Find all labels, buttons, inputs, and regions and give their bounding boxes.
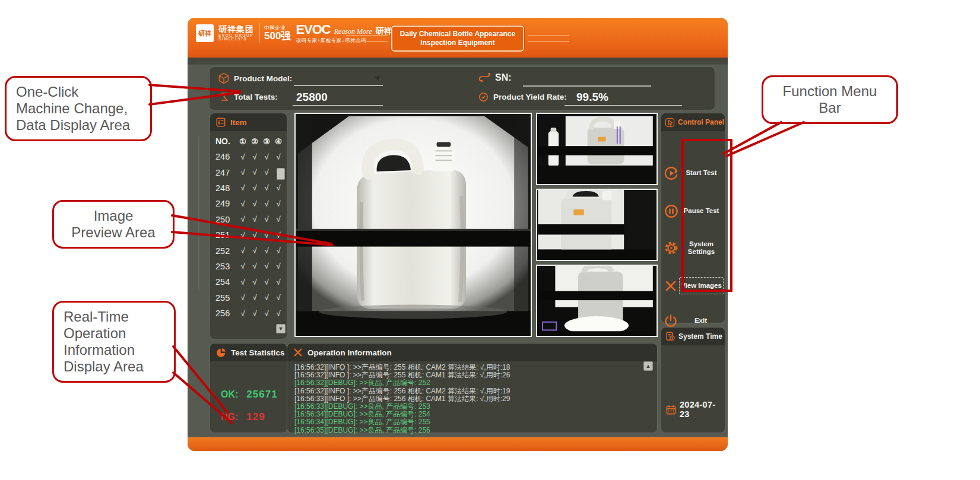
table-row[interactable]: 249√√√√ — [210, 196, 287, 211]
item-no: 246 — [213, 152, 237, 161]
item-no: 250 — [213, 215, 237, 224]
log-line: [16:56:32][DEBUG]: >>良品, 产品编号: 252 — [294, 379, 642, 387]
yield-rate-value: 99.5% — [576, 91, 608, 104]
log-line: [16:56:35][DEBUG]: >>良品, 产品编号: 256 — [294, 427, 642, 434]
check-mark: √ — [237, 231, 249, 240]
app-window: 研祥 研祥集团 EVOC GROUP SINCE1978 中国企业 500强 E… — [188, 18, 728, 451]
item-no: 247 — [213, 168, 237, 177]
app-header: 研祥 研祥集团 EVOC GROUP SINCE1978 中国企业 500强 E… — [188, 18, 728, 58]
callout-operation-info: Real-Time Operation Information Display … — [52, 301, 176, 383]
test-statistics-panel: Test Statistics OK: 25671 NG: 129 — [210, 343, 287, 433]
control-panel-header: Control Panel — [661, 113, 725, 131]
check-mark: √ — [249, 246, 261, 255]
scrollbar-thumb[interactable] — [277, 168, 285, 180]
pause-test-icon — [664, 204, 679, 219]
log-line: [16:56:32][INFO ]: >>产品编号: 256 相机: CAM2 … — [294, 387, 642, 395]
check-mark: √ — [261, 293, 272, 302]
scroll-down-button[interactable]: ▼ — [276, 324, 286, 333]
yield-rate-label: Product Yield Rate: — [493, 93, 567, 101]
close-x-icon — [664, 279, 678, 293]
log-line: [16:56:34][DEBUG]: >>良品, 产品编号: 254 — [294, 411, 642, 418]
page-title: Daily Chemical Bottle Appearance Inspect… — [391, 26, 524, 52]
stats-panel-header: Test Statistics — [210, 344, 287, 361]
check-mark: √ — [272, 293, 284, 302]
total-tests-label: Total Tests: — [234, 93, 278, 101]
check-mark: √ — [261, 183, 272, 192]
app-footer — [188, 437, 728, 451]
ok-value: 25671 — [246, 389, 277, 400]
check-mark: √ — [249, 262, 261, 271]
logo-cn500-big: 500强 — [264, 31, 291, 41]
total-tests-value: 25800 — [296, 91, 328, 104]
check-mark: √ — [261, 199, 272, 208]
callout-image-preview: Image Preview Area — [52, 200, 175, 249]
check-mark: √ — [237, 309, 249, 318]
item-no: 255 — [213, 293, 237, 303]
item-no: 252 — [213, 246, 237, 256]
preview-thumbnail-3[interactable] — [536, 265, 658, 337]
start-test-icon — [664, 166, 679, 181]
system-date-row: 2024-07-23 — [665, 400, 725, 419]
calendar-icon — [665, 404, 677, 415]
log-line: [16:56:33][DEBUG]: >>良品, 产品编号: 253 — [294, 403, 642, 411]
scroll-up-button[interactable]: ▲ — [643, 361, 653, 371]
check-mark: √ — [261, 309, 272, 318]
check-mark: √ — [237, 293, 249, 302]
ng-value: 129 — [246, 411, 265, 423]
table-row[interactable]: 247√√√√ — [210, 164, 287, 180]
check-mark: √ — [272, 262, 284, 271]
table-row[interactable]: 246√√√√ — [210, 149, 287, 164]
table-row[interactable]: 253√√√√ — [210, 259, 287, 274]
check-mark: √ — [261, 262, 272, 271]
exit-button[interactable]: Exit — [664, 314, 724, 328]
table-row[interactable]: 250√√√√ — [210, 212, 287, 227]
check-mark: √ — [237, 199, 249, 208]
sn-icon — [478, 71, 491, 84]
table-row[interactable]: 256√√√√ — [210, 306, 287, 321]
logo-group-block: 研祥集团 EVOC GROUP SINCE1978 — [218, 25, 254, 42]
item-panel: Item NO. ① ② ③ ④ 246√√√√247√√√√248√√√√24… — [210, 113, 287, 339]
product-model-icon — [218, 72, 230, 84]
check-mark: √ — [272, 215, 284, 224]
table-row[interactable]: 251√√√√ — [210, 227, 287, 243]
check-mark: √ — [261, 231, 272, 240]
check-mark: √ — [249, 293, 261, 302]
stats-panel-title: Test Statistics — [231, 348, 285, 357]
check-mark: √ — [261, 246, 272, 255]
table-row[interactable]: 254√√√√ — [210, 274, 287, 290]
bottle-photo — [296, 114, 531, 336]
total-tests-icon — [219, 91, 230, 102]
frame-decoration-top — [195, 62, 721, 62]
check-mark: √ — [237, 152, 249, 161]
sn-label: SN: — [495, 72, 512, 83]
system-time-title: System Time — [678, 332, 722, 341]
item-no: 251 — [213, 230, 237, 240]
check-mark: √ — [237, 278, 249, 287]
column-header-no: NO. — [213, 136, 237, 146]
item-panel-title: Item — [230, 118, 247, 127]
power-icon — [664, 314, 678, 328]
callout-function-menu: Function Menu Bar — [762, 75, 898, 124]
preview-thumbnail-1[interactable] — [536, 113, 658, 185]
log-line: [16:56:33][INFO ]: >>产品编号: 256 相机: CAM1 … — [294, 395, 642, 403]
ng-count-row: NG: 129 — [221, 411, 265, 423]
data-display-panel: Product Model: Total Tests: 25800 SN: — [209, 66, 715, 110]
sn-underline — [523, 85, 651, 87]
check-mark: √ — [272, 309, 284, 318]
check-mark: √ — [261, 152, 272, 161]
screenshot-stage: 研祥 研祥集团 EVOC GROUP SINCE1978 中国企业 500强 E… — [0, 0, 980, 480]
check-mark: √ — [249, 183, 261, 192]
table-row[interactable]: 252√√√√ — [210, 243, 287, 258]
log-line: [16:56:34][DEBUG]: >>良品, 产品编号: 255 — [294, 418, 642, 426]
preview-thumbnail-2[interactable] — [536, 189, 658, 261]
item-table-head: NO. ① ② ③ ④ — [210, 135, 290, 148]
ok-label: OK: — [221, 389, 238, 400]
table-row[interactable]: 255√√√√ — [210, 290, 287, 306]
chevron-down-icon[interactable] — [375, 77, 380, 80]
logo-script-text: Reason More — [334, 28, 372, 35]
table-row[interactable]: 248√√√√ — [210, 180, 287, 196]
product-model-label: Product Model: — [234, 74, 292, 83]
system-date: 2024-07-23 — [680, 400, 725, 419]
system-time-header: System Time — [661, 328, 725, 345]
check-mark: √ — [261, 278, 272, 287]
